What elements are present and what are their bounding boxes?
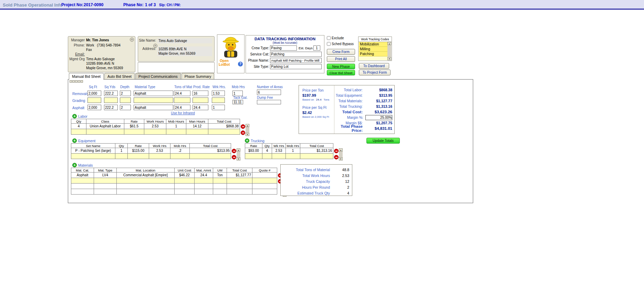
print-all-button[interactable]: Print All bbox=[327, 56, 355, 62]
grading-tons-input[interactable] bbox=[174, 97, 190, 103]
removals-prod-rate-input[interactable] bbox=[193, 91, 208, 96]
sched-bypass-checkbox[interactable] bbox=[327, 42, 331, 46]
delete-equipment-empty-row-icon[interactable] bbox=[232, 155, 236, 159]
number-of-areas-input[interactable] bbox=[257, 90, 281, 95]
scroll-up-icon[interactable]: ▲ bbox=[387, 42, 391, 45]
labor-mob-hours-cell[interactable]: 1 bbox=[166, 124, 186, 129]
materials-cat-cell[interactable]: Asphalt bbox=[71, 173, 94, 178]
equipment-set-name-cell[interactable]: P - Patching Set (large) bbox=[71, 148, 115, 154]
work-code-item-patching[interactable]: Patching bbox=[359, 52, 387, 56]
crew-type-input[interactable] bbox=[270, 45, 297, 51]
labor-man-hours-cell[interactable]: 14.12 bbox=[186, 124, 208, 129]
margin-percent-input[interactable] bbox=[365, 115, 392, 120]
site-notes-field[interactable] bbox=[138, 62, 215, 73]
new-phase-button[interactable]: New Phase bbox=[327, 64, 355, 69]
delete-labor-row-icon[interactable] bbox=[241, 124, 245, 129]
removals-material-input[interactable] bbox=[134, 91, 173, 96]
trucking-scroll-down-icon[interactable]: ▼ bbox=[339, 157, 343, 160]
asphalt-depth-input[interactable] bbox=[120, 105, 131, 110]
trucking-qty-cell[interactable]: 4 bbox=[262, 148, 272, 154]
labor-scroll-up-icon[interactable]: ▲ bbox=[246, 124, 249, 127]
labor-work-hours-cell[interactable]: 2.53 bbox=[144, 124, 166, 129]
update-totals-button[interactable]: Update Totals bbox=[366, 138, 400, 144]
trucking-scroll-up-icon[interactable]: ▲ bbox=[339, 148, 343, 152]
equipment-mob-hrs-cell[interactable]: .2 bbox=[170, 148, 190, 154]
equipment-rate-cell[interactable]: $115.00 bbox=[128, 148, 149, 154]
crew-form-button[interactable]: Crew Form bbox=[327, 49, 355, 55]
tab-project-communications[interactable]: Project Communications bbox=[135, 73, 181, 79]
use-for-infrared-link[interactable]: Use for Infrared bbox=[160, 111, 205, 115]
work-code-item-milling[interactable]: Milling bbox=[359, 47, 387, 52]
tab-auto-bid-sheet[interactable]: Auto Bid Sheet bbox=[104, 73, 135, 79]
asphalt-prod-rate-input[interactable] bbox=[193, 105, 208, 110]
dump-fee-input[interactable] bbox=[257, 100, 281, 104]
add-trucking-row-icon[interactable]: + bbox=[245, 138, 249, 143]
site-expand-icon[interactable]: » bbox=[153, 44, 157, 48]
materials-um-cell[interactable]: Ton bbox=[213, 173, 227, 178]
equipment-scroll-down-icon[interactable]: ▼ bbox=[237, 157, 240, 160]
labor-qty-cell[interactable]: 4 bbox=[71, 124, 86, 129]
grading-prod-rate-input[interactable] bbox=[193, 97, 208, 103]
delete-equipment-row-icon[interactable] bbox=[232, 149, 236, 153]
email-link[interactable]: Email: bbox=[69, 52, 86, 56]
trucking-scrollbar[interactable]: ▲ ▼ bbox=[339, 148, 343, 160]
labor-class-cell[interactable]: Union Asphalt Labor bbox=[86, 124, 124, 129]
labor-scrollbar[interactable]: ▲ ▼ bbox=[246, 124, 249, 136]
asphalt-material-input[interactable] bbox=[134, 105, 173, 110]
add-labor-row-icon[interactable]: + bbox=[72, 114, 77, 118]
materials-amnt-cell[interactable]: 24.4 bbox=[195, 173, 213, 178]
trucking-wk-hrs-cell[interactable]: 2.53 bbox=[272, 148, 286, 154]
work-code-item-mobilization[interactable]: Mobilization bbox=[359, 42, 387, 47]
materials-quote-cell[interactable] bbox=[252, 173, 277, 178]
work-tracking-scrollbar[interactable]: ▲ ▼ bbox=[387, 42, 391, 60]
grading-wrk-hrs-input[interactable] bbox=[212, 97, 225, 103]
grading-material-input[interactable] bbox=[134, 97, 173, 103]
clear-bid-sheet-button[interactable]: Clear Bid Sheet bbox=[327, 70, 355, 75]
removals-sq-ft-input[interactable] bbox=[87, 91, 101, 96]
tab-manual-bid-sheet[interactable]: Manual Bid Sheet bbox=[69, 73, 104, 80]
to-dashboard-button[interactable]: To Dashboard bbox=[359, 63, 389, 69]
labor-rate-cell[interactable]: $61.5 bbox=[124, 124, 144, 129]
asphalt-sq-yds-input[interactable] bbox=[104, 105, 118, 110]
grading-sq-yds-input[interactable] bbox=[104, 97, 118, 103]
removals-wrk-hrs-input[interactable] bbox=[212, 91, 225, 96]
equipment-work-hrs-cell[interactable]: 2.53 bbox=[149, 148, 170, 154]
removals-mob-hrs-input[interactable] bbox=[232, 91, 243, 96]
phase-name-input[interactable] bbox=[270, 58, 322, 63]
materials-location-cell[interactable]: Commercial Asphalt [Empire] bbox=[117, 173, 175, 178]
tab-phase-summary[interactable]: Phase Summary bbox=[181, 73, 215, 79]
removals-tons-input[interactable] bbox=[174, 91, 190, 96]
labor-new-cell[interactable] bbox=[71, 129, 86, 135]
service-cat-input[interactable] bbox=[270, 52, 322, 57]
exclude-checkbox[interactable] bbox=[327, 36, 331, 40]
scroll-down-icon[interactable]: ▼ bbox=[387, 57, 391, 60]
add-materials-row-icon[interactable]: + bbox=[72, 163, 77, 167]
equipment-qty-cell[interactable]: 1 bbox=[115, 148, 128, 154]
removals-sq-yds-input[interactable] bbox=[104, 91, 118, 96]
asphalt-wrk-hrs-input[interactable] bbox=[212, 105, 225, 110]
equipment-scrollbar[interactable]: ▲ ▼ bbox=[237, 148, 240, 160]
removals-depth-input[interactable] bbox=[120, 91, 131, 96]
delete-trucking-row-icon[interactable] bbox=[334, 149, 339, 153]
trucking-rate-cell[interactable]: $93.00 bbox=[245, 148, 262, 154]
help-icon[interactable]: ? bbox=[238, 62, 243, 66]
labor-scroll-down-icon[interactable]: ▼ bbox=[246, 133, 249, 136]
expand-manager-icon[interactable]: » bbox=[130, 38, 134, 42]
add-equipment-row-icon[interactable]: + bbox=[72, 138, 77, 143]
site-type-input[interactable] bbox=[270, 64, 322, 69]
est-days-input[interactable] bbox=[313, 45, 320, 51]
to-project-form-button[interactable]: To Project Form bbox=[359, 70, 391, 75]
open-lotbot-link[interactable]: Open LotBot bbox=[219, 59, 230, 66]
delete-labor-empty-row-icon[interactable] bbox=[241, 130, 245, 135]
record-navigator[interactable] bbox=[70, 80, 83, 83]
asphalt-sq-ft-input[interactable] bbox=[87, 105, 101, 110]
materials-type-cell[interactable]: LV4 bbox=[94, 173, 117, 178]
trucking-mob-hrs-cell[interactable]: 1 bbox=[286, 148, 300, 154]
materials-unit-cost-cell[interactable]: $46.22 bbox=[175, 173, 195, 178]
equipment-scroll-up-icon[interactable]: ▲ bbox=[237, 148, 240, 152]
asphalt-tons-input[interactable] bbox=[174, 105, 190, 110]
grading-depth-input[interactable] bbox=[120, 97, 131, 103]
tack-gal-input[interactable] bbox=[232, 100, 243, 104]
delete-trucking-empty-row-icon[interactable] bbox=[334, 155, 339, 159]
grading-sq-ft-input[interactable] bbox=[87, 97, 101, 103]
